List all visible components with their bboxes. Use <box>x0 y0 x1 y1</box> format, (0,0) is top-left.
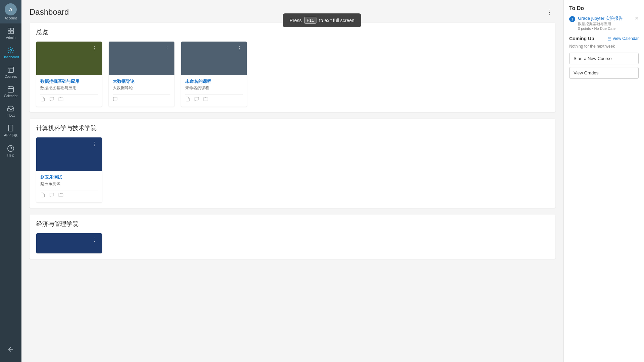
toast-msg: to exit full screen <box>319 18 355 23</box>
sidebar-help-label: Help <box>7 154 14 157</box>
course-name-2[interactable]: 未命名的课程 <box>185 78 243 84</box>
view-grades-button[interactable]: View Grades <box>569 67 639 79</box>
f11-key: F11 <box>304 17 316 24</box>
course-card-header-2: ⋮ <box>181 42 247 75</box>
cs-discussions-icon[interactable] <box>49 192 54 198</box>
cs-course-header-0: ⋮ <box>36 137 102 171</box>
sidebar-calendar-label: Calendar <box>4 94 18 98</box>
course-actions-1 <box>113 94 170 104</box>
course-card-menu-1[interactable]: ⋮ <box>162 44 172 52</box>
course-card-2[interactable]: ⋮ 未命名的课程 未命名的课程 <box>181 42 247 107</box>
svg-rect-2 <box>8 31 10 34</box>
svg-rect-5 <box>8 67 14 73</box>
course-actions-0 <box>40 94 98 104</box>
svg-rect-0 <box>8 28 10 31</box>
econ-course-header-0: ⋮ <box>36 233 102 253</box>
cs-assignments-icon[interactable] <box>40 192 45 198</box>
discussions-icon-1[interactable] <box>113 97 118 103</box>
sidebar-item-admin[interactable]: Admin <box>0 23 21 43</box>
course-card-menu-2[interactable]: ⋮ <box>235 44 244 52</box>
sidebar-app-label: APP下载 <box>4 133 17 138</box>
course-name-1[interactable]: 大数据导论 <box>113 78 170 84</box>
assignments-icon-2[interactable] <box>185 97 190 103</box>
view-calendar-link[interactable]: View Calendar <box>607 36 639 41</box>
sidebar-item-account[interactable]: A Account <box>0 0 21 23</box>
course-card-0[interactable]: ⋮ 数据挖掘基础与应用 数据挖掘基础与应用 <box>36 42 102 107</box>
course-card-body-0: 数据挖掘基础与应用 数据挖掘基础与应用 <box>36 75 102 107</box>
course-subtitle-1: 大数据导论 <box>113 85 170 91</box>
nothing-text: Nothing for the next week <box>569 44 639 49</box>
todo-close-button-0[interactable]: ✕ <box>635 15 639 21</box>
cs-course-card-0[interactable]: ⋮ 赵玉乐测试 赵玉乐测试 <box>36 137 102 202</box>
admin-icon <box>7 27 15 35</box>
course-subtitle-2: 未命名的课程 <box>185 85 243 91</box>
todo-content-0: Grade jupyter 实验报告 数据挖掘基础与应用 0 points • … <box>578 15 623 31</box>
sidebar-inbox-label: Inbox <box>7 114 15 117</box>
sidebar-item-inbox[interactable]: Inbox <box>0 101 21 121</box>
svg-rect-1 <box>11 28 13 31</box>
files-icon-2[interactable] <box>203 97 208 103</box>
cs-section-title: 计算机科学与技术学院 <box>36 124 549 132</box>
courses-icon <box>7 66 15 74</box>
discussions-icon-2[interactable] <box>194 97 199 103</box>
overview-course-grid: ⋮ 数据挖掘基础与应用 数据挖掘基础与应用 <box>36 42 549 107</box>
cs-course-grid: ⋮ 赵玉乐测试 赵玉乐测试 <box>36 137 549 202</box>
econ-course-grid: ⋮ <box>36 233 549 253</box>
svg-point-9 <box>8 145 14 152</box>
fullscreen-toast: Press F11 to exit full screen <box>283 13 361 27</box>
discussions-icon-0[interactable] <box>49 97 54 103</box>
page-title: Dashboard <box>30 7 69 17</box>
course-actions-2 <box>185 94 243 104</box>
cs-course-body-0: 赵玉乐测试 赵玉乐测试 <box>36 171 102 202</box>
cs-course-name-0[interactable]: 赵玉乐测试 <box>40 174 98 180</box>
view-calendar-label: View Calendar <box>612 36 639 41</box>
page-menu-button[interactable]: ⋮ <box>543 7 555 17</box>
svg-rect-6 <box>8 87 14 93</box>
sidebar-item-app-download[interactable]: APP下载 <box>0 121 21 141</box>
sidebar-courses-label: Courses <box>4 75 17 78</box>
todo-course-0: 数据挖掘基础与应用 <box>578 22 611 26</box>
sidebar: A Account Admin Dashboard <box>0 0 21 362</box>
course-card-menu-0[interactable]: ⋮ <box>90 44 99 52</box>
sidebar-item-help[interactable]: Help <box>0 141 21 161</box>
econ-course-menu-0[interactable]: ⋮ <box>90 236 99 244</box>
sidebar-item-courses[interactable]: Courses <box>0 62 21 82</box>
todo-badge-0: 1 <box>569 16 575 22</box>
course-card-body-1: 大数据导论 大数据导论 <box>109 75 174 107</box>
todo-meta-0: 数据挖掘基础与应用 <box>578 21 623 26</box>
cs-course-subtitle-0: 赵玉乐测试 <box>40 181 98 187</box>
course-name-0[interactable]: 数据挖掘基础与应用 <box>40 78 98 84</box>
toast-press-text: Press <box>289 18 302 23</box>
sidebar-item-dashboard[interactable]: Dashboard <box>0 43 21 62</box>
files-icon-0[interactable] <box>58 97 63 103</box>
sidebar-collapse-button[interactable] <box>7 342 15 357</box>
collapse-icon <box>7 345 15 353</box>
todo-points-0: 0 points • No Due Date <box>578 26 623 31</box>
cs-course-actions-0 <box>40 190 98 200</box>
cs-files-icon[interactable] <box>58 192 63 198</box>
todo-title-0[interactable]: Grade jupyter 实验报告 <box>578 15 623 21</box>
overview-title: 总览 <box>36 28 549 36</box>
coming-up-title: Coming Up <box>569 36 594 41</box>
cs-course-menu-0[interactable]: ⋮ <box>90 140 99 148</box>
econ-section: 经济与管理学院 ⋮ <box>30 215 555 259</box>
calendar-icon <box>7 85 15 93</box>
coming-up-header: Coming Up View Calendar <box>569 36 639 41</box>
course-card-1[interactable]: ⋮ 大数据导论 大数据导论 <box>109 42 174 107</box>
econ-course-card-0[interactable]: ⋮ <box>36 233 102 253</box>
todo-item-0: 1 Grade jupyter 实验报告 数据挖掘基础与应用 0 points … <box>569 15 639 31</box>
svg-point-4 <box>10 49 12 51</box>
course-card-header-1: ⋮ <box>109 42 174 75</box>
svg-rect-12 <box>608 37 611 40</box>
course-card-body-2: 未命名的课程 未命名的课程 <box>181 75 247 107</box>
sidebar-account-label: Account <box>5 16 17 20</box>
right-panel: To Do 1 Grade jupyter 实验报告 数据挖掘基础与应用 0 p… <box>564 0 644 362</box>
assignments-icon-0[interactable] <box>40 97 45 103</box>
main-content: Dashboard ⋮ 总览 ⋮ 数据挖掘基础与应用 数据挖掘基础与应用 <box>21 0 564 362</box>
todo-title: To Do <box>569 5 639 11</box>
sidebar-admin-label: Admin <box>6 36 15 40</box>
start-new-course-button[interactable]: Start a New Course <box>569 53 639 64</box>
svg-rect-7 <box>9 125 13 131</box>
account-avatar: A <box>5 3 17 15</box>
sidebar-item-calendar[interactable]: Calendar <box>0 82 21 101</box>
